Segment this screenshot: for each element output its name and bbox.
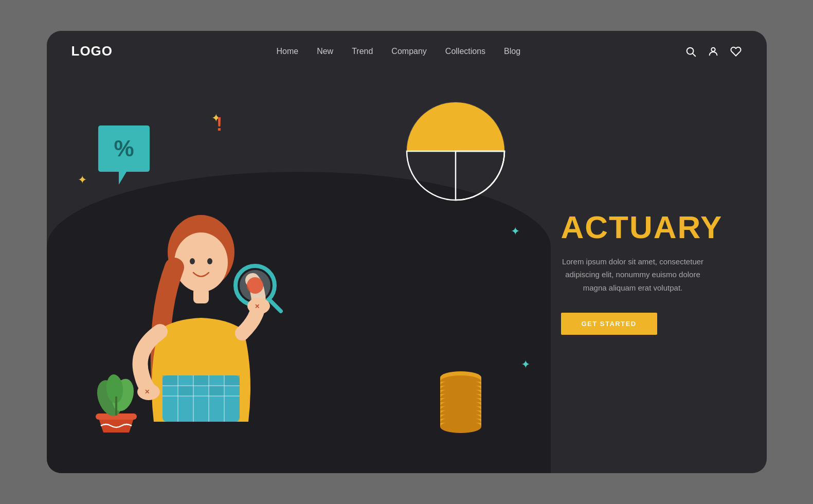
svg-rect-26 — [193, 288, 209, 303]
app-window: LOGO Home New Trend Company Collections … — [47, 31, 767, 473]
nav-icons — [684, 45, 742, 58]
heart-icon[interactable] — [730, 45, 742, 58]
illustration-area: ✦ ✦ ✦ ✦ ✦ % — [47, 71, 551, 473]
get-started-button[interactable]: GET STARTED — [561, 313, 657, 335]
main-content: ✦ ✦ ✦ ✦ ✦ % — [47, 71, 767, 473]
svg-text:%: % — [114, 136, 134, 161]
nav-home[interactable]: Home — [276, 47, 298, 56]
svg-point-2 — [711, 47, 715, 51]
exclamation-icon: ! — [216, 115, 223, 134]
svg-text:✕: ✕ — [144, 388, 150, 395]
svg-rect-10 — [193, 375, 209, 386]
plant-decoration — [88, 368, 144, 437]
svg-rect-11 — [209, 375, 224, 386]
svg-point-64 — [440, 421, 481, 433]
svg-point-24 — [190, 258, 195, 264]
svg-rect-16 — [209, 386, 224, 396]
sparkle-teal-icon-3: ✦ — [521, 359, 530, 370]
pie-chart — [402, 97, 510, 207]
svg-rect-12 — [224, 375, 240, 386]
nav-trend[interactable]: Trend — [352, 47, 373, 56]
right-content: ACTUARY Lorem ipsum dolor sit amet, cons… — [551, 71, 767, 473]
svg-rect-14 — [178, 386, 193, 396]
nav-blog[interactable]: Blog — [504, 47, 520, 56]
svg-line-1 — [693, 53, 695, 56]
svg-rect-15 — [193, 386, 209, 396]
nav-new[interactable]: New — [317, 47, 333, 56]
sparkle-teal-icon-1: ✦ — [511, 226, 520, 237]
nav-links: Home New Trend Company Collections Blog — [276, 47, 520, 56]
percent-badge: % — [93, 123, 155, 192]
svg-text:✕: ✕ — [255, 303, 260, 310]
svg-rect-8 — [162, 375, 178, 386]
svg-rect-17 — [224, 386, 240, 396]
svg-point-25 — [207, 258, 212, 264]
nav-company[interactable]: Company — [391, 47, 426, 56]
sparkle-icon-2: ✦ — [78, 174, 87, 186]
svg-rect-9 — [178, 375, 193, 386]
user-icon[interactable] — [707, 45, 719, 58]
hero-title: ACTUARY — [561, 210, 723, 245]
coin-stack — [438, 368, 484, 442]
logo: LOGO — [71, 43, 113, 59]
svg-line-29 — [269, 300, 281, 311]
svg-rect-13 — [162, 386, 178, 396]
navbar: LOGO Home New Trend Company Collections … — [47, 31, 767, 71]
search-icon[interactable] — [684, 45, 697, 58]
nav-collections[interactable]: Collections — [445, 47, 485, 56]
svg-point-30 — [247, 277, 263, 294]
hero-description: Lorem ipsum dolor sit amet, consectetuer… — [561, 255, 705, 295]
